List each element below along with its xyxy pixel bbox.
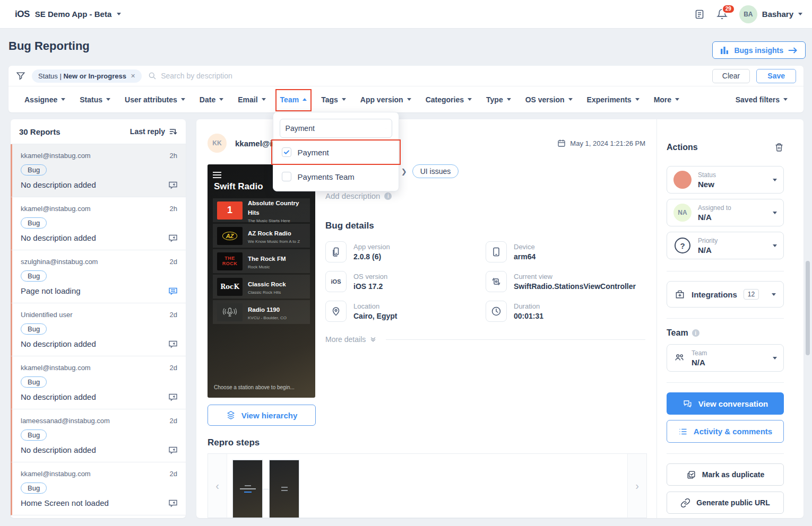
info-icon: i xyxy=(692,329,699,337)
activity-comments-button[interactable]: Activity & comments xyxy=(667,420,784,443)
avatar: BA xyxy=(739,5,757,23)
carousel-next-button[interactable]: › xyxy=(627,454,646,518)
chevron-down-icon xyxy=(342,98,346,101)
generate-public-url-button[interactable]: Generate public URL xyxy=(667,492,784,514)
filter-date[interactable]: Date xyxy=(200,86,223,112)
station-logo: THE ROCK xyxy=(217,252,243,270)
report-list-item[interactable]: kkamel@instabug.com2d Bug No description… xyxy=(11,356,186,409)
filter-email[interactable]: Email xyxy=(238,86,265,112)
filter-status[interactable]: Status xyxy=(80,86,110,112)
report-list-item[interactable]: szulghina@instabug.com2d Bug Page not lo… xyxy=(11,250,186,303)
checkbox-unchecked-icon[interactable] xyxy=(282,172,291,181)
report-list-item[interactable]: lameessanad@instabug.com2d Bug No descri… xyxy=(11,409,186,462)
station-row: AZ AZ Rock RadioWe Know Music from A to … xyxy=(213,224,310,248)
priority-value: N/A xyxy=(698,246,718,255)
dropdown-option-payment[interactable]: Payment xyxy=(273,140,399,164)
report-list-item[interactable]: Unidentified user2d Bug No description a… xyxy=(11,303,186,356)
trash-icon[interactable] xyxy=(774,143,784,152)
user-menu[interactable]: BA Bashary xyxy=(739,5,802,23)
svg-text:iOS: iOS xyxy=(331,278,341,285)
bug-tag: Bug xyxy=(21,164,47,176)
integrations-selector[interactable]: Integrations 12 xyxy=(667,281,784,308)
carousel-prev-button[interactable]: ‹ xyxy=(208,454,227,518)
scrollbar[interactable] xyxy=(806,261,810,355)
report-description: No description added xyxy=(21,180,177,189)
saved-filters[interactable]: Saved filters xyxy=(736,86,788,112)
add-description[interactable]: Add description i xyxy=(325,191,645,200)
chevron-down-icon xyxy=(773,357,777,360)
report-list-item[interactable]: kkamel@instabug.com2h Bug No description… xyxy=(11,144,186,197)
station-row: THE ROCK The Rock FMRock Music xyxy=(213,249,310,273)
app-version-icon xyxy=(325,241,347,262)
bug-details-title: Bug details xyxy=(325,221,645,231)
duplicate-check-icon xyxy=(686,470,696,480)
dropdown-option-payments-team[interactable]: Payments Team xyxy=(273,164,399,189)
assignee-selector[interactable]: NA Assigned toN/A xyxy=(667,199,784,226)
chevron-down-icon xyxy=(262,98,266,101)
category-pill[interactable]: UI issues xyxy=(412,164,459,178)
bug-tag: Bug xyxy=(21,429,47,441)
team-people-icon xyxy=(673,352,685,364)
info-icon: i xyxy=(384,192,392,200)
release-notes-icon[interactable] xyxy=(694,9,705,20)
team-value: N/A xyxy=(692,358,707,367)
more-details-toggle[interactable]: More details xyxy=(325,335,645,344)
priority-selector[interactable]: ? PriorityN/A xyxy=(667,232,784,259)
bug-tag: Bug xyxy=(21,323,47,335)
chevron-down-icon xyxy=(772,293,776,296)
team-selector[interactable]: TeamN/A xyxy=(667,344,784,372)
reporter-avatar: KK xyxy=(208,134,227,153)
repro-step-thumbnail[interactable] xyxy=(232,460,263,518)
search-input[interactable] xyxy=(161,72,706,80)
checkbox-checked-icon[interactable] xyxy=(282,147,291,157)
sort-by-last-reply[interactable]: Last reply xyxy=(130,127,177,136)
app-switcher-label[interactable]: SE Demo App - Beta xyxy=(35,10,111,19)
view-hierarchy-button[interactable]: View hierarchy xyxy=(208,405,316,426)
actions-title: Actions xyxy=(667,143,698,152)
report-list-item[interactable]: kkamel@instabug.com2h Bug No description… xyxy=(11,197,186,250)
chevron-down-icon xyxy=(61,98,65,101)
filter-tags[interactable]: Tags xyxy=(321,86,346,112)
filter-os-version[interactable]: OS version xyxy=(525,86,573,112)
bug-tag: Bug xyxy=(21,217,47,229)
save-button[interactable]: Save xyxy=(756,69,796,83)
detail-os-version: iOS OS versioniOS 17.2 xyxy=(325,270,486,293)
remove-filter-icon[interactable]: ✕ xyxy=(131,73,135,80)
view-conversation-button[interactable]: View conversation xyxy=(667,392,784,415)
filter-more[interactable]: More xyxy=(654,86,679,112)
screenshot-footer-text: Choose a station above to begin... xyxy=(214,384,295,390)
filter-type[interactable]: Type xyxy=(486,86,511,112)
report-date: May 1, 2024 1:21:26 PM xyxy=(557,139,645,147)
report-email: kkamel@instabug.com xyxy=(21,364,91,372)
page-title: Bug Reporting xyxy=(8,39,90,53)
filter-panel: Status | New or In-progress ✕ Clear Save… xyxy=(8,66,804,112)
status-selector[interactable]: StatusNew xyxy=(667,166,784,194)
filter-assignee[interactable]: Assignee xyxy=(24,86,65,112)
reply-icon xyxy=(168,445,178,455)
search-icon xyxy=(386,124,386,133)
bugs-insights-button[interactable]: Bugs insights xyxy=(712,41,806,59)
bug-tag: Bug xyxy=(21,483,47,494)
chevron-down-icon xyxy=(675,98,679,101)
dropdown-search[interactable] xyxy=(280,119,392,138)
station-logo: 1 xyxy=(217,201,243,220)
bar-chart-icon xyxy=(720,46,729,55)
clear-button[interactable]: Clear xyxy=(712,69,750,83)
report-time: 2d xyxy=(170,311,177,319)
filter-user-attributes[interactable]: User attributes xyxy=(125,86,185,112)
chevron-down-icon[interactable] xyxy=(117,13,121,15)
filter-categories[interactable]: Categories xyxy=(426,86,472,112)
mark-duplicate-button[interactable]: Mark as duplicate xyxy=(667,463,784,486)
bug-tag: Bug xyxy=(21,376,47,388)
bug-screenshot[interactable]: Swift Radio 1 Absolute Country HitsThe M… xyxy=(208,164,315,398)
dropdown-search-input[interactable] xyxy=(286,124,382,133)
repro-step-thumbnail[interactable] xyxy=(269,460,299,518)
active-filter-chip[interactable]: Status | New or In-progress ✕ xyxy=(32,69,142,83)
report-list-item[interactable]: kkamel@instabug.com2d Bug Home Screen no… xyxy=(11,462,186,515)
filter-app-version[interactable]: App version xyxy=(360,86,411,112)
filter-experiments[interactable]: Experiments xyxy=(587,86,640,112)
report-email: kkamel@instabug.com xyxy=(21,470,91,478)
question-mark-icon: ? xyxy=(675,238,690,253)
filter-team[interactable]: Team Payment Payments Team xyxy=(280,86,307,112)
notifications-bell-icon[interactable]: 29 xyxy=(716,8,728,20)
